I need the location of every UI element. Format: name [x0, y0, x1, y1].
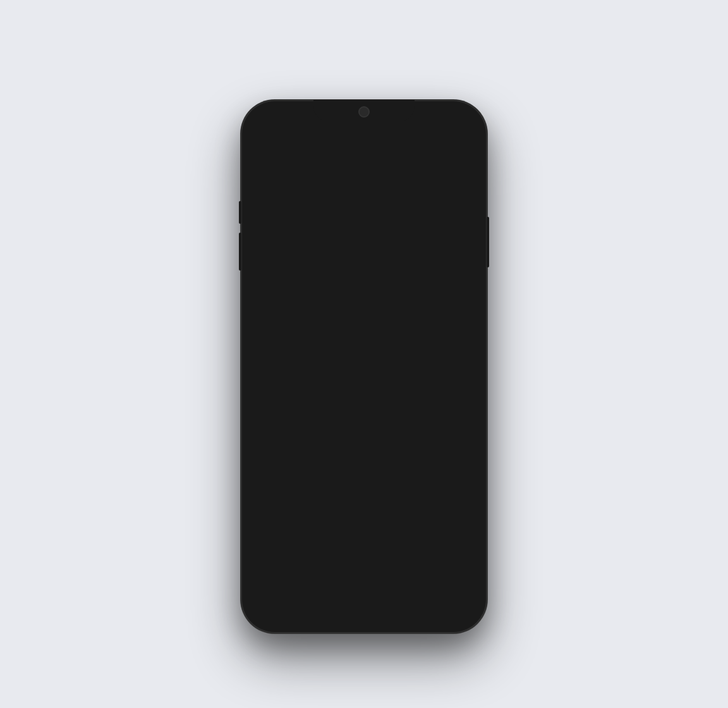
svg-rect-24 — [380, 266, 394, 280]
bath-icon — [353, 429, 365, 445]
chip-3[interactable] — [345, 181, 368, 203]
property-card-2[interactable]: 1 / 5 — [260, 464, 468, 521]
search-icon — [270, 147, 283, 163]
bookmark-button[interactable] — [438, 223, 461, 246]
bathrooms-text: 2 Bathrooms — [376, 432, 426, 442]
svg-point-31 — [274, 399, 277, 402]
price: ₦12,000,000 — [270, 372, 348, 388]
for-sale-badge: For Sale — [270, 351, 320, 365]
phone-button-left-1 — [239, 201, 241, 224]
phone-button-left-2 — [239, 233, 241, 271]
property-card-1[interactable]: 1 / 5 For Sale ₦12,000,000 — [260, 216, 468, 454]
filter-chips: listings — [260, 181, 468, 203]
svg-rect-25 — [402, 266, 416, 280]
main-content: Search e.g Victoria Island — [248, 139, 480, 521]
amenities-row: 2 Bedrooms — [270, 429, 458, 445]
phone-button-right — [487, 217, 489, 267]
status-icons — [418, 121, 464, 131]
svg-rect-20 — [355, 244, 367, 260]
bedrooms-text: 2 Bedrooms — [294, 432, 343, 442]
chip-4[interactable] — [374, 181, 397, 203]
amenity-divider — [289, 432, 289, 443]
svg-rect-32 — [270, 435, 283, 440]
wifi-icon — [434, 121, 444, 131]
status-time: 9:41 — [264, 118, 298, 134]
address-text: 12, Adigun Dolly Rd, Ajah — [285, 398, 385, 408]
svg-rect-30 — [260, 333, 468, 342]
chip-2[interactable] — [316, 181, 339, 203]
bookmark-button-2[interactable] — [439, 469, 462, 492]
svg-point-35 — [358, 432, 360, 434]
search-placeholder: Search e.g Victoria Island — [289, 150, 445, 161]
image-counter-2: 1 / 5 — [266, 502, 292, 516]
svg-point-4 — [453, 152, 456, 156]
screen-content: 9:41 — [248, 107, 480, 626]
price-row: ₦12,000,000 — [270, 372, 458, 388]
search-bar[interactable]: Search e.g Victoria Island — [260, 139, 468, 171]
card-image-wrapper: 1 / 5 — [260, 216, 468, 342]
phone-screen: 9:41 — [248, 107, 480, 626]
svg-rect-21 — [336, 272, 348, 285]
image-counter: 1 / 5 — [267, 320, 293, 334]
filter-icon[interactable] — [445, 148, 458, 162]
price-divider — [356, 374, 356, 386]
location-icon — [270, 396, 280, 411]
card-body: For Sale ₦12,000,000 — [260, 342, 468, 454]
battery-icon — [447, 122, 464, 130]
svg-rect-14 — [269, 253, 288, 276]
phone-mockup: 9:41 — [241, 100, 487, 633]
svg-rect-19 — [336, 244, 348, 260]
bathrooms-amenity: 2 Bathrooms — [353, 429, 426, 445]
svg-point-5 — [451, 156, 454, 159]
svg-rect-23 — [392, 253, 430, 323]
signal-icon — [418, 121, 430, 130]
chip-listings[interactable]: listings — [260, 181, 310, 203]
status-bar: 9:41 — [248, 107, 480, 139]
amenity-divider-2 — [370, 432, 371, 443]
address-row: 12, Adigun Dolly Rd, Ajah — [270, 396, 458, 420]
svg-rect-15 — [294, 253, 310, 266]
bed-icon — [270, 430, 284, 444]
bedrooms-amenity: 2 Bedrooms — [270, 430, 343, 444]
